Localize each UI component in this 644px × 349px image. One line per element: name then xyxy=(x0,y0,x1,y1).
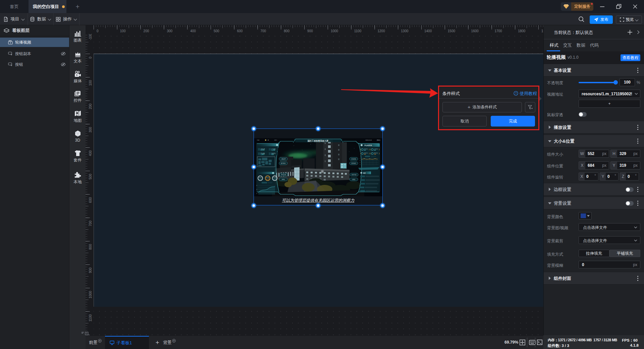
svg-text:0: 0 xyxy=(89,57,92,59)
svg-text:1500: 1500 xyxy=(448,29,455,33)
svg-text:0: 0 xyxy=(97,29,99,33)
svg-text:1300: 1300 xyxy=(401,29,409,33)
svg-text:900: 900 xyxy=(307,29,313,33)
svg-text:1400: 1400 xyxy=(424,29,432,33)
svg-text:700: 700 xyxy=(261,29,266,33)
svg-text:500: 500 xyxy=(214,29,219,33)
svg-text:500: 500 xyxy=(89,174,92,180)
svg-text:800: 800 xyxy=(89,244,92,250)
svg-text:600: 600 xyxy=(237,29,243,33)
svg-text:1100: 1100 xyxy=(354,29,362,33)
svg-text:900: 900 xyxy=(89,267,92,273)
svg-text:700: 700 xyxy=(89,220,92,226)
svg-text:300: 300 xyxy=(89,127,92,133)
svg-text:-100: -100 xyxy=(89,34,92,40)
svg-text:1100: 1100 xyxy=(89,314,92,321)
svg-text:1000: 1000 xyxy=(331,29,338,33)
svg-text:800: 800 xyxy=(284,29,289,33)
svg-text:1200: 1200 xyxy=(378,29,385,33)
svg-text:400: 400 xyxy=(89,150,92,156)
svg-text:1700: 1700 xyxy=(494,29,502,33)
svg-text:1000: 1000 xyxy=(89,291,92,298)
svg-text:300: 300 xyxy=(167,29,172,33)
svg-text:200: 200 xyxy=(144,29,149,33)
svg-text:200: 200 xyxy=(89,103,92,109)
svg-text:100: 100 xyxy=(89,80,92,86)
svg-text:100: 100 xyxy=(120,29,126,33)
svg-text:1600: 1600 xyxy=(471,29,479,33)
svg-text:400: 400 xyxy=(190,29,196,33)
svg-text:1800: 1800 xyxy=(518,29,526,33)
svg-text:600: 600 xyxy=(89,197,92,203)
